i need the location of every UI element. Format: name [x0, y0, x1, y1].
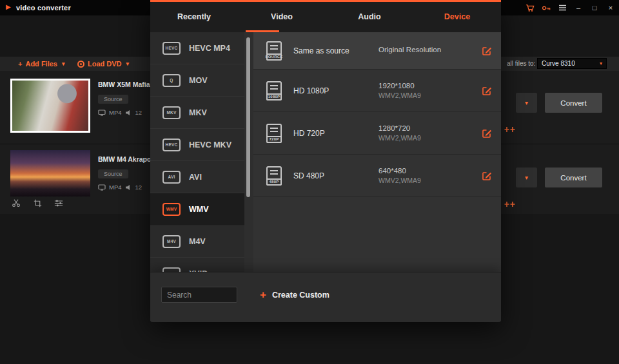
- format-label: AVI: [189, 173, 202, 182]
- convert-profile-dropdown-2[interactable]: ▾: [516, 168, 537, 187]
- output-preset-dropdown[interactable]: Curve 8310 ▾: [537, 58, 607, 69]
- preset-row-same-as-source[interactable]: SOURCE Same as source Original Resolutio…: [253, 32, 501, 70]
- preset-name: SD 480P: [293, 171, 378, 180]
- screen-icon: [98, 184, 106, 191]
- 1080p-file-icon: 1080P: [266, 81, 282, 101]
- format-item-xvid[interactable]: XVID XVID: [150, 258, 244, 272]
- file-format-1: MP4: [109, 109, 122, 116]
- preset-row-hd-720p[interactable]: 720P HD 720P 1280*720 WMV2,WMA9: [253, 112, 501, 155]
- chevron-down-icon: ▾: [62, 61, 65, 67]
- edit-preset-icon[interactable]: [482, 171, 492, 181]
- 720p-file-icon: 720P: [266, 124, 282, 143]
- minimize-button[interactable]: –: [574, 3, 583, 13]
- 480p-file-icon: 480P: [266, 166, 282, 186]
- source-file-icon: SOURCE: [266, 41, 282, 61]
- edit-preset-icon[interactable]: [482, 128, 492, 139]
- avi-format-icon: AVI: [162, 171, 181, 184]
- edit-preset-icon[interactable]: [482, 86, 492, 96]
- popup-footer: + Create Custom: [150, 272, 501, 322]
- file-format-2: MP4: [109, 184, 122, 191]
- titlebar-icons: – □ ×: [526, 0, 615, 15]
- format-label: MOV: [189, 76, 207, 85]
- output-preset-value: Curve 8310: [542, 60, 598, 67]
- format-item-avi[interactable]: AVI AVI: [150, 161, 244, 193]
- convert-profile-dropdown-1[interactable]: ▾: [516, 93, 537, 113]
- menu-icon[interactable]: [558, 3, 567, 13]
- format-item-mov[interactable]: Q MOV: [150, 64, 244, 97]
- format-label: MKV: [189, 108, 207, 117]
- crop-icon[interactable]: [33, 198, 42, 207]
- load-dvd-label: Load DVD: [88, 60, 122, 68]
- speaker-icon: [125, 184, 132, 191]
- video-thumbnail-1[interactable]: [10, 79, 90, 133]
- cart-icon[interactable]: [526, 3, 535, 13]
- app-window: ▶ video converter – □ × + Add Files ▾ Lo…: [0, 0, 619, 364]
- plus-icon: +: [260, 289, 266, 300]
- preset-list: SOURCE Same as source Original Resolutio…: [253, 32, 501, 272]
- popup-tabs: Recently Video Audio Device: [150, 2, 501, 32]
- app-title: video converter: [16, 4, 71, 12]
- preset-name: Same as source: [293, 46, 378, 55]
- preset-name: HD 720P: [293, 129, 378, 138]
- format-item-wmv[interactable]: WMV WMV: [150, 193, 244, 225]
- add-files-button[interactable]: + Add Files ▾: [18, 57, 64, 71]
- chevron-down-icon: ▾: [525, 174, 528, 181]
- preset-name: HD 1080P: [293, 86, 378, 95]
- key-icon[interactable]: [542, 3, 551, 13]
- apply-to-all-icon-2[interactable]: [504, 198, 516, 205]
- preset-row-sd-480p[interactable]: 480P SD 480P 640*480 WMV2,WMA9: [253, 155, 501, 197]
- mov-format-icon: Q: [162, 74, 181, 87]
- edit-tools-2: [12, 198, 63, 207]
- tab-video[interactable]: Video: [238, 2, 326, 32]
- app-logo-play-icon: ▶: [6, 4, 11, 10]
- convert-button-1[interactable]: Convert: [545, 93, 602, 113]
- format-label: WMV: [189, 205, 209, 214]
- edit-preset-icon[interactable]: [482, 46, 492, 56]
- tab-recently[interactable]: Recently: [150, 2, 238, 32]
- format-label: HEVC MKV: [189, 140, 231, 149]
- search-input[interactable]: [161, 287, 237, 303]
- preset-details: 640*480 WMV2,WMA9: [378, 167, 482, 184]
- format-list-scrollbar[interactable]: [246, 37, 250, 197]
- video-thumbnail-2[interactable]: [10, 150, 90, 196]
- source-badge-2: Source: [98, 169, 128, 178]
- format-item-mkv[interactable]: MKV MKV: [150, 97, 244, 129]
- speaker-icon: [125, 110, 132, 116]
- format-item-m4v[interactable]: M4V M4V: [150, 225, 244, 258]
- tab-device[interactable]: Device: [413, 2, 501, 32]
- maximize-button[interactable]: □: [590, 3, 599, 13]
- dvd-disc-icon: [77, 61, 84, 68]
- create-custom-label: Create Custom: [272, 291, 329, 300]
- apply-to-all-icon-1[interactable]: [504, 124, 516, 130]
- format-list: HEVC HEVC MP4 Q MOV MKV MKV HEVC HEVC MK…: [150, 32, 244, 272]
- file-meta-2: MP4 12: [98, 184, 142, 191]
- file-info-1: 12: [135, 109, 142, 116]
- chevron-down-icon: ▾: [126, 61, 130, 67]
- convert-button-2[interactable]: Convert: [545, 168, 602, 187]
- m4v-format-icon: M4V: [162, 235, 181, 248]
- format-label: M4V: [189, 237, 206, 246]
- load-dvd-button[interactable]: Load DVD ▾: [77, 57, 129, 71]
- trim-scissors-icon[interactable]: [12, 198, 21, 207]
- chevron-down-icon: ▾: [525, 99, 528, 106]
- wmv-format-icon: WMV: [162, 203, 181, 216]
- preset-details: 1280*720 WMV2,WMA9: [378, 124, 482, 142]
- all-files-to-label: all files to:: [507, 60, 535, 67]
- preset-details: 1920*1080 WMV2,WMA9: [378, 82, 482, 99]
- format-item-hevc-mp4[interactable]: HEVC HEVC MP4: [150, 32, 244, 64]
- format-picker-popup: Recently Video Audio Device HEVC HEVC MP…: [150, 0, 501, 322]
- tab-audio[interactable]: Audio: [326, 2, 413, 32]
- source-badge-1: Source: [98, 95, 128, 104]
- format-item-hevc-mkv[interactable]: HEVC HEVC MKV: [150, 129, 244, 161]
- xvid-format-icon: XVID: [162, 267, 181, 273]
- preset-row-hd-1080p[interactable]: 1080P HD 1080P 1920*1080 WMV2,WMA9: [253, 70, 501, 112]
- plus-icon: +: [18, 60, 22, 68]
- effects-sliders-icon[interactable]: [54, 198, 63, 207]
- create-custom-button[interactable]: + Create Custom: [260, 287, 329, 303]
- chevron-down-icon: ▾: [600, 61, 602, 66]
- preset-details: Original Resolution: [378, 46, 482, 55]
- add-files-label: Add Files: [25, 60, 57, 68]
- screen-icon: [98, 110, 106, 116]
- file-meta-1: MP4 12: [98, 109, 142, 116]
- close-button[interactable]: ×: [606, 3, 615, 13]
